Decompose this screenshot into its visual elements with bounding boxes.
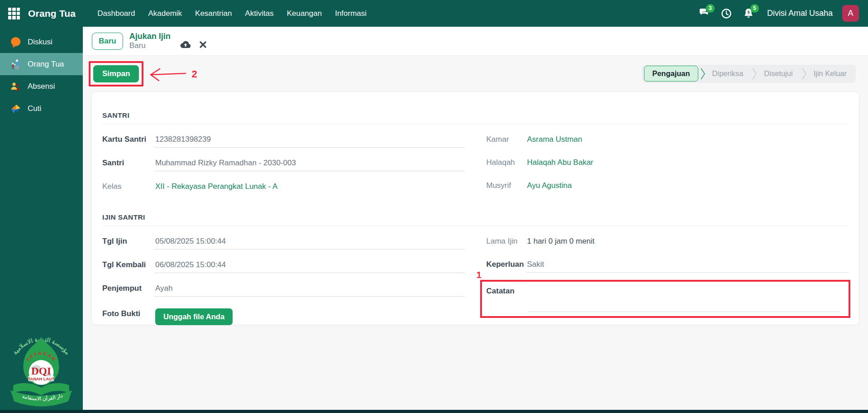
section-title-ijin-santri: IJIN SANTRI: [102, 213, 849, 221]
field-label: Kartu Santri: [102, 134, 154, 144]
sidebar-item-cuti[interactable]: Cuti: [0, 97, 83, 120]
annotation-box-catatan: 1 Catatan: [480, 280, 851, 318]
workflow-bar: Pengajuan Diperiksa Disetujui Ijin Kelua…: [642, 65, 856, 83]
tgl-ijin-input[interactable]: [155, 237, 465, 246]
field-label: Catatan: [486, 287, 528, 316]
kartu-santri-input[interactable]: [155, 135, 465, 144]
chat-count-badge: 3: [706, 4, 715, 13]
notification-count-badge: 5: [750, 4, 759, 13]
document-subtitle: Baru: [129, 41, 171, 50]
main-menu: Dashboard Akademik Kesantrian Aktivitas …: [97, 9, 367, 18]
halaqah-link[interactable]: Halaqah Abu Bakar: [526, 157, 849, 170]
field-label: Santri: [102, 158, 154, 168]
menu-akademik[interactable]: Akademik: [148, 9, 182, 18]
save-button[interactable]: Simpan: [93, 65, 139, 82]
window-bottom-edge: [0, 410, 868, 413]
page-head: Baru Ajukan Ijin Baru: [83, 27, 868, 56]
chevron-right-icon: [752, 67, 757, 80]
field-label: Foto Bukti: [102, 308, 154, 318]
field-label: Halaqah: [486, 157, 526, 167]
main-content: Baru Ajukan Ijin Baru Simpan 2 Pengajuan…: [83, 27, 868, 410]
field-label: Tgl Ijin: [102, 236, 154, 246]
catatan-textarea[interactable]: [528, 287, 841, 316]
upload-file-button[interactable]: Unggah file Anda: [155, 308, 233, 325]
field-tgl-kembali: Tgl Kembali: [102, 259, 465, 273]
close-icon[interactable]: [200, 41, 206, 48]
form-card: SANTRI Kartu Santri Santri Kelas XII - R…: [91, 91, 859, 325]
sidebar-item-orang-tua[interactable]: Orang Tua: [0, 53, 83, 75]
svg-text:$: $: [747, 10, 749, 14]
svg-text:TANAH LAUT: TANAH LAUT: [28, 376, 54, 381]
field-foto-bukti: Foto Bukti Unggah file Anda: [102, 308, 465, 328]
workflow-state-ijin-keluar[interactable]: Ijin Keluar: [807, 69, 854, 78]
page-title: Orang Tua: [28, 8, 76, 19]
field-catatan: 1 Catatan: [486, 280, 849, 318]
menu-keuangan[interactable]: Keuangan: [287, 9, 322, 18]
attendance-people-icon: [10, 81, 22, 92]
sidebar-item-label: Orang Tua: [28, 60, 64, 69]
menu-kesantrian[interactable]: Kesantrian: [195, 9, 232, 18]
field-lama-ijin: Lama Ijin 1 hari 0 jam 0 menit: [486, 236, 849, 249]
field-label: Kamar: [486, 134, 526, 144]
field-tgl-ijin: Tgl Ijin: [102, 236, 465, 250]
workflow-state-pengajuan[interactable]: Pengajuan: [644, 66, 698, 82]
toolbar: Simpan 2 Pengajuan Diperiksa Disetujui I…: [83, 56, 868, 91]
parent-child-icon: [10, 58, 22, 70]
menu-aktivitas[interactable]: Aktivitas: [245, 9, 273, 18]
sidebar-item-absensi[interactable]: Absensi: [0, 75, 83, 97]
lama-ijin-value: 1 hari 0 jam 0 menit: [526, 236, 849, 249]
annotation-box-save: Simpan: [89, 61, 143, 86]
annotation-arrow: [146, 67, 188, 82]
app-grid-icon[interactable]: [8, 8, 20, 19]
user-division-menu[interactable]: Divisi Amal Usaha: [767, 9, 833, 18]
top-navbar: Orang Tua Dashboard Akademik Kesantrian …: [0, 0, 868, 27]
school-logo: مؤسسة التربية الاسلامية YAYASAN DQI TANA…: [7, 323, 76, 408]
section-title-santri: SANTRI: [102, 111, 849, 120]
chevron-right-icon: [700, 67, 706, 80]
field-kelas: Kelas XII - Rekayasa Perangkat Lunak - A: [102, 181, 465, 194]
field-santri: Santri: [102, 158, 465, 171]
field-kartu-santri: Kartu Santri: [102, 134, 465, 148]
field-label: Penjemput: [102, 283, 154, 293]
status-badge: Baru: [92, 33, 123, 50]
sidebar-item-label: Diskusi: [28, 38, 52, 47]
field-musyrif: Musyrif Ayu Agustina: [486, 180, 849, 193]
chat-icon[interactable]: 3: [698, 7, 711, 20]
clock-icon[interactable]: [720, 7, 733, 20]
menu-informasi[interactable]: Informasi: [335, 9, 367, 18]
field-kamar: Kamar Asrama Ustman: [486, 134, 849, 147]
sidebar-item-label: Cuti: [28, 104, 41, 113]
sidebar-item-diskusi[interactable]: Diskusi: [0, 31, 83, 53]
field-label: Lama Ijin: [486, 236, 526, 246]
avatar[interactable]: A: [842, 5, 859, 22]
musyrif-link[interactable]: Ayu Agustina: [526, 180, 849, 193]
field-label: Keperluan: [486, 259, 526, 269]
chevron-right-icon: [801, 67, 807, 80]
field-label: Tgl Kembali: [102, 259, 154, 269]
tgl-kembali-input[interactable]: [155, 260, 465, 269]
document-title: Ajukan Ijin: [129, 32, 171, 41]
field-penjemput: Penjemput: [102, 283, 465, 297]
field-keperluan: Keperluan: [486, 259, 849, 273]
menu-dashboard[interactable]: Dashboard: [97, 9, 135, 18]
santri-input[interactable]: [155, 158, 465, 168]
notification-bell-icon[interactable]: $ 5: [742, 7, 755, 20]
penjemput-input[interactable]: [155, 284, 465, 293]
workflow-state-disetujui[interactable]: Disetujui: [757, 69, 799, 78]
sidebar: Diskusi Orang Tua Absensi Cuti مؤسسة الت…: [0, 27, 83, 410]
chat-bubble-icon: [10, 36, 22, 48]
field-halaqah: Halaqah Halaqah Abu Bakar: [486, 157, 849, 170]
cloud-upload-icon[interactable]: [180, 41, 191, 48]
field-label: Kelas: [102, 181, 154, 191]
kamar-link[interactable]: Asrama Ustman: [526, 134, 849, 147]
sidebar-item-label: Absensi: [28, 82, 55, 91]
keperluan-input[interactable]: [527, 260, 849, 269]
input-underline: [528, 312, 841, 312]
kelas-link[interactable]: XII - Rekayasa Perangkat Lunak - A: [154, 181, 465, 194]
svg-text:DQI: DQI: [31, 365, 51, 377]
workflow-state-diperiksa[interactable]: Diperiksa: [706, 69, 750, 78]
annotation-number-1: 1: [477, 269, 482, 280]
field-label: Musyrif: [486, 180, 526, 190]
leave-origami-icon: [10, 103, 22, 115]
annotation-number-2: 2: [191, 68, 197, 80]
